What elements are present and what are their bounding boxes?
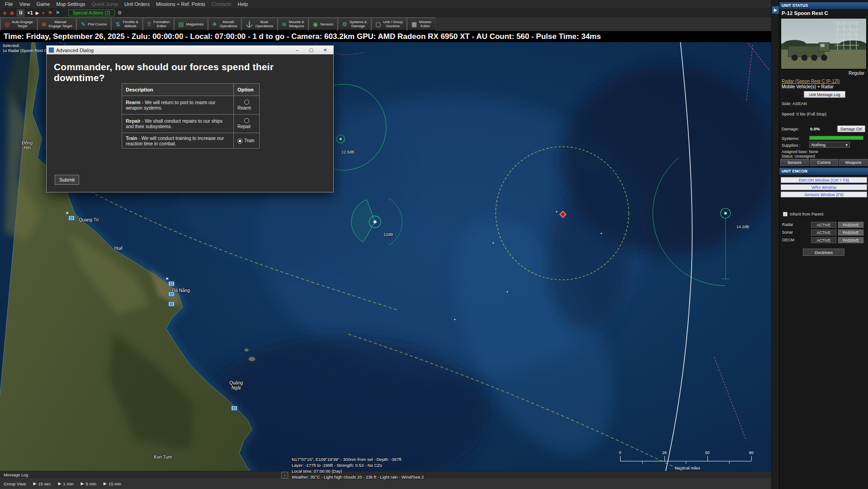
status-line: Local time: 07:00:00 (Day)	[292, 468, 424, 474]
toolbar-button-label: Mission Editor	[419, 20, 432, 28]
gear-icon[interactable]: ⚙	[118, 10, 122, 15]
scale-tick-label: 0	[619, 451, 621, 455]
unit-flag-icon: ⚑	[166, 278, 169, 281]
formation-editor-button[interactable]: ⠿Formation Editor	[142, 17, 174, 31]
mission-editor-button[interactable]: ▦Mission Editor	[407, 17, 435, 31]
menu-item-missions-ref-points[interactable]: Missions + Ref. Points	[153, 1, 209, 7]
plot-course-button[interactable]: ✎Plot Course	[76, 17, 111, 31]
contact-dot[interactable]	[507, 291, 508, 292]
manual-engage-target-button[interactable]: ⊕Manual Engage Target	[37, 17, 76, 31]
emcon-row-radar: RadarACTIVEPASSIVE	[782, 222, 867, 228]
toolbar-button-label: Plot Course	[88, 22, 107, 26]
magazines-button[interactable]: ▤Magazines	[174, 17, 208, 31]
radio-repair[interactable]	[244, 118, 249, 123]
menu-item-game[interactable]: Game	[33, 1, 53, 7]
tab-sensors[interactable]: Sensors	[780, 159, 809, 166]
contact-dot[interactable]	[556, 211, 557, 212]
group-view-label[interactable]: Group View	[4, 481, 26, 486]
tab-weapons[interactable]: Weapons	[839, 159, 868, 166]
friendly-unit-icon[interactable]: ⚑	[68, 216, 75, 221]
contact-dot[interactable]	[601, 233, 602, 234]
expand-arrow-icon[interactable]: ↑	[281, 472, 288, 479]
sidebar-collapse-button[interactable]: ▶	[772, 6, 779, 14]
inherit-label: Inherit from Parent	[790, 212, 824, 216]
damage-ctrl-button[interactable]: Damage Ctrl	[837, 125, 865, 132]
auto-engage-target-button[interactable]: ◎Auto Engage Target	[0, 17, 37, 31]
unit-group-doctrine-button[interactable]: ▢Unit / Group Doctrine	[371, 17, 407, 31]
dialog-maximize-button[interactable]: ▢	[305, 46, 317, 54]
toolbar-button-label: Auto Engage Target	[12, 20, 33, 28]
unit-message-log-button[interactable]: Unit Message Log	[804, 91, 845, 98]
menu-item-contacts[interactable]: Contacts	[209, 1, 234, 7]
sonar-active-button[interactable]: ACTIVE	[811, 230, 836, 235]
option-description: Rearm - We will return to port to rearm …	[122, 96, 234, 115]
submit-button[interactable]: Submit	[55, 175, 79, 185]
stop-icon[interactable]: ●	[42, 10, 45, 15]
flag-teal-icon[interactable]: ⚑	[56, 10, 60, 15]
time-compression-5-min[interactable]: ▶5 min	[81, 481, 96, 486]
supplies-dropdown[interactable]: Nothing ▾	[809, 142, 850, 148]
play-icon[interactable]: ▶	[36, 10, 39, 15]
oecm-passive-button[interactable]: PASSIVE	[838, 237, 863, 243]
mounts-weapons-button[interactable]: ≋Mounts & Weapons	[277, 17, 308, 31]
friendly-unit-icon[interactable]	[168, 292, 175, 297]
boat-operations-icon: ⚓	[246, 21, 253, 27]
time-compression-label: 15 min	[109, 481, 122, 486]
unit-type-link[interactable]: Radar (Spoon Rest C [P-12])	[782, 79, 840, 84]
radio-train[interactable]	[237, 139, 242, 144]
toolbar-button-label: Manual Engage Target	[49, 20, 72, 28]
emcon-row-oecm: OECMACTIVEPASSIVE	[782, 237, 867, 244]
tab-comms[interactable]: Comms	[810, 159, 838, 166]
toolbar-button-label: Mounts & Weapons	[289, 20, 304, 28]
time-compression-label: ×1	[27, 10, 33, 15]
special-actions-button[interactable]: Special Actions (2)	[68, 10, 115, 16]
menu-item-view[interactable]: View	[16, 1, 33, 7]
contact-dot[interactable]	[454, 319, 455, 320]
throttle-altitude-button[interactable]: ⇅Throttle & Altitude	[111, 17, 142, 31]
sensors-window-f9-button[interactable]: Sensors Window (F9)	[781, 192, 867, 197]
dialog-close-button[interactable]: ✕	[319, 46, 331, 54]
column-header-option: Option	[234, 84, 260, 96]
scenario-alert-icon[interactable]: ◈	[3, 10, 6, 15]
scale-tick	[620, 456, 621, 461]
supplies-value: Nothing	[811, 143, 825, 147]
record-icon[interactable]: ◉	[9, 10, 14, 15]
wra-window-button[interactable]: WRA Window	[781, 184, 867, 190]
contact-dot[interactable]	[493, 242, 494, 244]
menu-item-unit-orders[interactable]: Unit Orders	[121, 1, 153, 7]
menu-item-quick-jump[interactable]: Quick Jump	[89, 1, 121, 7]
sensors-button[interactable]: ◉Sensors	[308, 17, 337, 31]
inherit-checkbox[interactable]: ✓	[783, 212, 787, 216]
friendly-unit-icon[interactable]	[168, 302, 175, 307]
boat-operations-button[interactable]: ⚓Boat Operations	[241, 17, 277, 31]
doctrines-button[interactable]: Doctrines	[803, 249, 844, 256]
pause-button[interactable]	[17, 10, 24, 16]
friendly-unit-icon[interactable]: ⚑	[168, 281, 175, 286]
sidebar-collapse-strip: ▶	[771, 0, 779, 489]
friendly-unit-icon[interactable]	[231, 406, 237, 411]
aircraft-operations-button[interactable]: ✈Aircraft Operations	[208, 17, 241, 31]
play-triangle-icon: ▶	[33, 481, 36, 486]
sonar-passive-button[interactable]: PASSIVE	[838, 230, 863, 235]
menu-item-file[interactable]: File	[2, 1, 16, 7]
main-toolbar: ◎Auto Engage Target⊕Manual Engage Target…	[0, 17, 771, 31]
dialog-title-bar[interactable]: Advanced Dialog – ▢ ✕	[47, 46, 333, 54]
radio-rearm[interactable]	[244, 100, 249, 105]
menu-item-map-settings[interactable]: Map Settings	[53, 1, 88, 7]
radar-active-button[interactable]: ACTIVE	[811, 222, 836, 228]
mounts-weapons-icon: ≋	[282, 21, 287, 27]
time-compression-15-min[interactable]: ▶15 min	[104, 481, 121, 486]
time-compression-15-sec[interactable]: ▶15 sec	[33, 481, 51, 486]
option-description: Repair - We shall conduct repairs to our…	[122, 115, 234, 133]
toolbar-button-label: Unit / Group Doctrine	[383, 20, 403, 28]
oecm-active-button[interactable]: ACTIVE	[811, 237, 836, 243]
toolbar-button-label: Magazines	[186, 22, 204, 26]
flag-red-icon[interactable]: ⚑	[48, 10, 52, 15]
inherit-from-parent[interactable]: ✓ Inherit from Parent	[783, 212, 824, 216]
systems-damage-button[interactable]: ⚙Systems & Damage	[337, 17, 371, 31]
time-compression-1-min[interactable]: ▶1 min	[58, 481, 73, 486]
emcon-window-ctrl-f9-button[interactable]: EMCON Window (Ctrl + F9)	[781, 177, 867, 183]
menu-item-help[interactable]: Help	[234, 1, 251, 7]
dialog-minimize-button[interactable]: –	[291, 46, 303, 54]
radar-passive-button[interactable]: PASSIVE	[838, 222, 863, 228]
